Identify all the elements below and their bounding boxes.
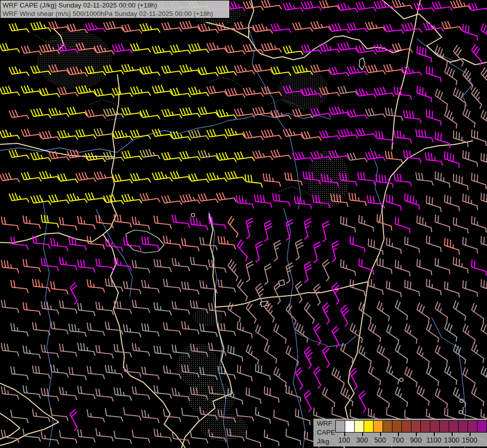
legend-title-line1: WRF [317, 419, 335, 428]
legend-tick-mark [452, 433, 453, 436]
stipple-area [37, 30, 112, 90]
legend-tick-mark [470, 433, 471, 436]
legend-color-cell [401, 420, 411, 433]
legend-color-cell [468, 420, 478, 433]
legend-tick-mark [398, 433, 399, 436]
legend-tick-mark [380, 433, 381, 436]
legend-color-cell [439, 420, 449, 433]
title-box: WRF CAPE (J/kg) Sunday 02-11-2025 00:00 … [0, 0, 230, 18]
legend-color-cell [345, 420, 355, 433]
legend-color-cell [430, 420, 440, 433]
map-canvas [0, 0, 487, 448]
legend-tick-mark [344, 433, 345, 436]
legend-color-cell [354, 420, 364, 433]
legend-color-cell [449, 420, 459, 433]
title-line-cape: WRF CAPE (J/kg) Sunday 02-11-2025 00:00 … [2, 1, 227, 9]
legend-tick-mark [362, 433, 363, 436]
title-line-windshear: WRF Wind shear (m/s) 500/1000hPa Sunday … [2, 9, 227, 18]
legend-color-cell [364, 420, 374, 433]
legend-title-line3: J/kg [317, 437, 335, 446]
legend-color-cell [458, 420, 468, 433]
wrf-weather-map: WRF CAPE (J/kg) Sunday 02-11-2025 00:00 … [0, 0, 487, 448]
legend-title-line2: CAPE [317, 428, 335, 437]
legend-title: WRF CAPE J/kg [317, 419, 335, 446]
legend-color-cell [392, 420, 402, 433]
legend-color-cell [477, 420, 487, 433]
legend-color-cell [420, 420, 430, 433]
legend-color-cell [373, 420, 383, 433]
legend-color-scale [335, 420, 487, 433]
legend-tick-mark [434, 433, 435, 436]
legend-color-cell [411, 420, 421, 433]
legend-tick-mark [416, 433, 417, 436]
legend-color-cell [335, 420, 345, 433]
legend-color-cell [383, 420, 392, 433]
legend-tick-label: 1500 [459, 436, 481, 444]
cape-legend: WRF CAPE J/kg 10030050070090011001300150… [313, 419, 487, 447]
